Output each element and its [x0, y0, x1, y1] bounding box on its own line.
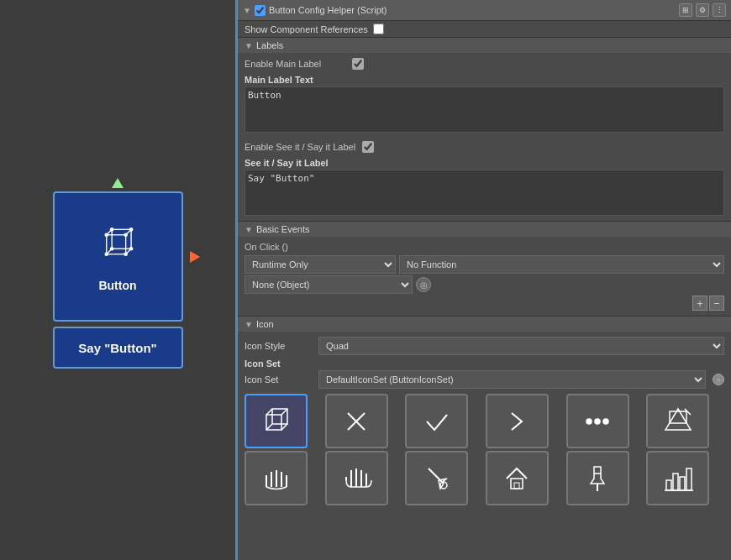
- right-panel: ▼ Button Config Helper (Script) ⊞ ⚙ ⋮ Sh…: [238, 0, 731, 560]
- svg-point-13: [109, 247, 113, 251]
- see-say-textarea[interactable]: Say "Button": [245, 170, 724, 216]
- svg-rect-27: [670, 411, 686, 423]
- svg-line-16: [266, 409, 272, 415]
- enable-see-say-checkbox[interactable]: [362, 141, 374, 153]
- svg-rect-47: [686, 468, 692, 490]
- see-say-label-text: See it / Say it Label: [245, 158, 724, 168]
- icon-cell-check[interactable]: [405, 394, 468, 448]
- enable-see-say-row: Enable See it / Say it Label: [245, 139, 724, 154]
- events-content: On Click () Runtime Only No Function Non…: [238, 237, 731, 316]
- svg-line-17: [281, 409, 287, 415]
- icon-style-row: Icon Style Quad: [245, 337, 724, 355]
- svg-line-18: [281, 424, 287, 430]
- icon-cell-chart[interactable]: [646, 451, 709, 505]
- icon-set-row: Icon Set DefaultIconSet (ButtonIconSet) …: [245, 370, 724, 389]
- main-label-textarea[interactable]: Button: [245, 86, 724, 133]
- header-icon-3[interactable]: ⋮: [713, 3, 726, 17]
- script-title-row: ▼ Button Config Helper (Script): [243, 5, 387, 16]
- icon-cell-x[interactable]: [325, 394, 388, 448]
- button-widget-label: Button: [98, 279, 136, 292]
- remove-event-btn[interactable]: −: [709, 296, 724, 311]
- svg-rect-46: [680, 477, 685, 490]
- enable-main-label-text: Enable Main Label: [245, 59, 345, 69]
- icon-triangle: ▼: [245, 320, 253, 329]
- show-component-refs-checkbox[interactable]: [373, 24, 384, 34]
- enable-main-label-checkbox[interactable]: [352, 58, 364, 70]
- header-icon-1[interactable]: ⊞: [679, 3, 692, 17]
- icon-cell-chevron-right[interactable]: [486, 394, 549, 448]
- show-component-refs-label: Show Component References: [245, 24, 368, 34]
- runtime-select[interactable]: Runtime Only: [245, 255, 396, 274]
- icon-section-title: Icon: [256, 319, 274, 329]
- script-title: Button Config Helper (Script): [269, 5, 387, 15]
- icon-style-select[interactable]: Quad: [318, 337, 724, 355]
- script-enable-checkbox[interactable]: [255, 5, 266, 16]
- svg-point-7: [124, 233, 128, 237]
- left-panel: Button Say "Button": [0, 0, 235, 560]
- main-label-text-label: Main Label Text: [245, 75, 724, 85]
- icon-cell-hand-stop[interactable]: [325, 451, 388, 505]
- svg-point-22: [586, 419, 592, 424]
- svg-point-9: [124, 252, 128, 256]
- svg-rect-40: [511, 479, 523, 489]
- say-button-label[interactable]: Say "Button": [53, 327, 183, 369]
- show-component-refs-row: Show Component References: [238, 21, 731, 37]
- function-select[interactable]: No Function: [399, 255, 724, 274]
- icon-section: ▼ Icon Icon Style Quad Icon Set Icon Set…: [238, 316, 731, 509]
- svg-point-12: [129, 247, 133, 251]
- icon-set-select[interactable]: DefaultIconSet (ButtonIconSet): [318, 370, 706, 389]
- button-preview-container: Button Say "Button": [53, 191, 183, 369]
- icon-cell-cube[interactable]: [245, 394, 308, 448]
- icon-section-content: Icon Style Quad Icon Set Icon Set Defaul…: [238, 332, 731, 509]
- svg-point-23: [595, 419, 600, 424]
- button-widget[interactable]: Button: [53, 191, 183, 322]
- icon-section-header[interactable]: ▼ Icon: [238, 317, 731, 332]
- arrow-right-indicator: [190, 251, 200, 263]
- svg-point-6: [104, 233, 108, 237]
- svg-rect-41: [514, 483, 519, 489]
- labels-section-content: Enable Main Label Main Label Text Button…: [238, 53, 731, 221]
- header-icons: ⊞ ⚙ ⋮: [679, 3, 726, 17]
- script-header: ▼ Button Config Helper (Script) ⊞ ⚙ ⋮: [238, 0, 731, 21]
- basic-events-triangle: ▼: [245, 225, 253, 234]
- svg-point-11: [129, 228, 133, 232]
- icon-cell-pointer[interactable]: [405, 451, 468, 505]
- enable-main-label-row: Enable Main Label: [245, 56, 724, 71]
- add-event-btn[interactable]: +: [692, 296, 707, 311]
- icon-style-label: Icon Style: [245, 341, 312, 351]
- none-object-row: None (Object) ◎: [245, 275, 724, 294]
- svg-point-10: [109, 228, 113, 232]
- script-arrow: ▼: [243, 6, 251, 15]
- icon-cell-pin[interactable]: [566, 451, 629, 505]
- icon-grid: [245, 394, 724, 505]
- basic-events-section: ▼ Basic Events On Click () Runtime Only …: [238, 221, 731, 316]
- button-widget-icon: [92, 222, 143, 272]
- svg-rect-44: [666, 480, 671, 490]
- svg-line-38: [429, 468, 444, 484]
- svg-point-24: [603, 419, 608, 424]
- labels-section: ▼ Labels Enable Main Label Main Label Te…: [238, 37, 731, 221]
- labels-triangle: ▼: [245, 41, 253, 50]
- labels-section-title: Labels: [256, 40, 283, 50]
- enable-see-say-label-text: Enable See it / Say it Label: [245, 142, 355, 152]
- runtime-function-row: Runtime Only No Function: [245, 255, 724, 274]
- icon-set-circle-btn[interactable]: ○: [713, 374, 724, 385]
- header-icon-2[interactable]: ⚙: [696, 3, 709, 17]
- svg-point-8: [104, 252, 108, 256]
- icon-set-header-label: Icon Set: [245, 359, 724, 369]
- basic-events-header[interactable]: ▼ Basic Events: [238, 222, 731, 237]
- object-circle-btn[interactable]: ◎: [416, 277, 431, 292]
- svg-rect-45: [673, 474, 678, 490]
- labels-section-header[interactable]: ▼ Labels: [238, 38, 731, 53]
- object-select[interactable]: None (Object): [245, 275, 413, 294]
- svg-line-19: [266, 424, 272, 430]
- icon-cell-home[interactable]: [486, 451, 549, 505]
- add-remove-row: + −: [245, 294, 724, 312]
- on-click-label: On Click (): [245, 240, 724, 254]
- icon-set-label: Icon Set: [245, 374, 312, 385]
- arrow-up-indicator: [112, 178, 124, 188]
- icon-cell-dots[interactable]: [566, 394, 629, 448]
- icon-cell-hand-spread[interactable]: [245, 451, 308, 505]
- basic-events-title: Basic Events: [256, 224, 310, 234]
- icon-cell-shape[interactable]: [646, 394, 709, 448]
